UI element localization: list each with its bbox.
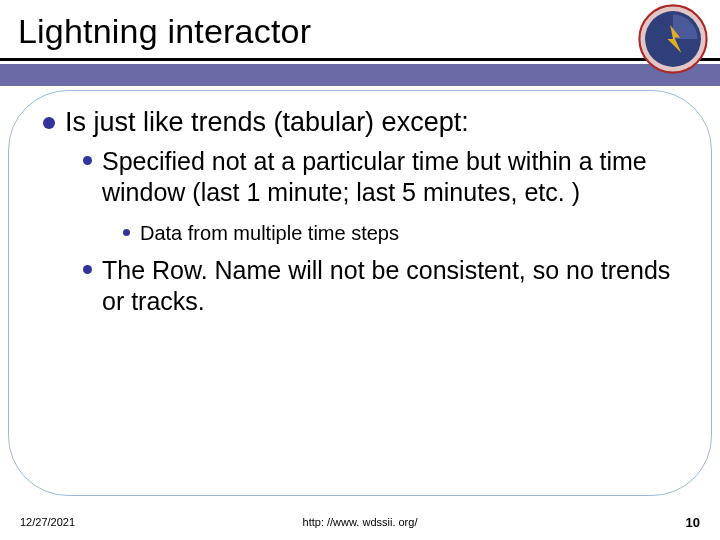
- slide-title: Lightning interactor: [18, 12, 630, 51]
- content-panel: Is just like trends (tabular) except: Sp…: [8, 90, 712, 496]
- list-item: Data from multiple time steps: [123, 221, 677, 245]
- bullet-level-2: Specified not at a particular time but w…: [83, 146, 677, 316]
- bullet-level-1: Is just like trends (tabular) except: Sp…: [43, 107, 677, 316]
- footer-link: http: //www. wdssii. org/: [0, 516, 720, 528]
- list-item: Specified not at a particular time but w…: [83, 146, 677, 207]
- list-item: Is just like trends (tabular) except:: [43, 107, 677, 138]
- accent-band: [0, 64, 720, 86]
- list-item-text: Data from multiple time steps: [140, 221, 399, 245]
- list-item-text: The Row. Name will not be consistent, so…: [102, 255, 677, 316]
- bullet-icon: [43, 117, 55, 129]
- list-item-text: Is just like trends (tabular) except:: [65, 107, 469, 138]
- bullet-level-3: Data from multiple time steps: [123, 221, 677, 245]
- footer-page-number: 10: [686, 515, 700, 530]
- bullet-icon: [123, 229, 130, 236]
- slide: Lightning interactor Is just like trends…: [0, 0, 720, 540]
- bullet-icon: [83, 156, 92, 165]
- list-item: The Row. Name will not be consistent, so…: [83, 255, 677, 316]
- bullet-icon: [83, 265, 92, 274]
- list-item-text: Specified not at a particular time but w…: [102, 146, 677, 207]
- title-underline: [0, 58, 720, 61]
- nssl-logo-icon: [638, 4, 708, 74]
- title-area: Lightning interactor: [18, 12, 630, 51]
- footer: 12/27/2021 http: //www. wdssii. org/ 10: [0, 512, 720, 532]
